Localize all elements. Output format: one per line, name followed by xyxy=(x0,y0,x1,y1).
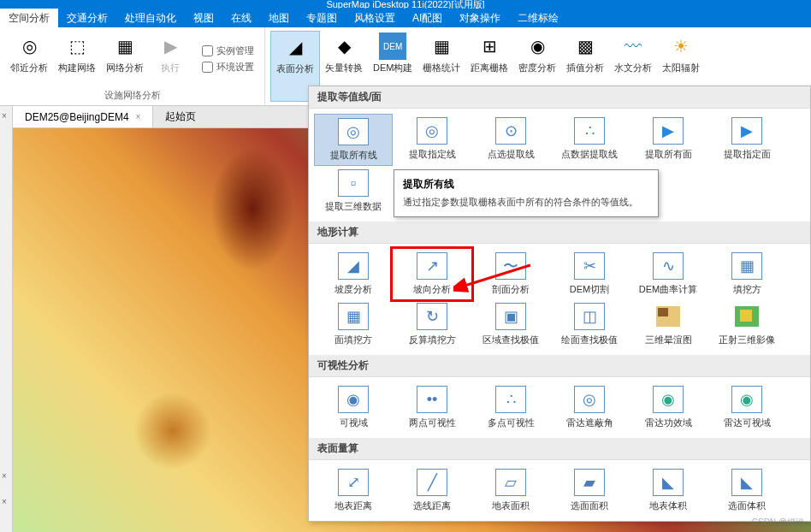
item-dem-cut[interactable]: ✂DEM切割 xyxy=(550,249,629,299)
surface-icon: ◢ xyxy=(281,33,309,61)
item-radar-mask[interactable]: ◎雷达遮蔽角 xyxy=(550,382,629,433)
item-reverse-cutfill[interactable]: ↻反算填挖方 xyxy=(393,299,471,350)
radar-icon: ◎ xyxy=(574,386,605,413)
reverse-icon: ↻ xyxy=(417,303,447,330)
section-visibility: 可视性分析 xyxy=(309,355,810,377)
item-extract-all-faces[interactable]: ▶提取所有面 xyxy=(629,114,707,166)
execute-icon: ▶ xyxy=(157,33,184,60)
item-select-face-area[interactable]: ▰选面面积 xyxy=(550,465,629,516)
item-extract-specified-lines[interactable]: ◎提取指定线 xyxy=(393,114,471,166)
surface-analysis-dropdown: 提取等值线/面 ◎提取所有线 ◎提取指定线 ⊙点选提取线 ∴点数据提取线 ▶提取… xyxy=(308,86,811,522)
check-env[interactable]: 环境设置 xyxy=(197,59,259,75)
ribbon-proximity[interactable]: ◎邻近分析 xyxy=(5,31,53,87)
menu-view[interactable]: 视图 xyxy=(185,9,222,27)
item-slope[interactable]: ◢坡度分析 xyxy=(314,249,393,299)
tab-start[interactable]: 起始页 xyxy=(153,106,208,127)
slope-icon: ◢ xyxy=(338,252,369,280)
item-multi-point-vis[interactable]: ∴多点可视性 xyxy=(471,382,550,433)
density-icon: ◉ xyxy=(524,33,551,60)
ribbon-build-network[interactable]: ⬚构建网络 xyxy=(53,31,101,87)
face-area-icon: ▰ xyxy=(574,469,605,496)
item-surface-volume[interactable]: ◣地表体积 xyxy=(629,465,707,516)
interp-icon: ▩ xyxy=(571,33,599,60)
solar-icon: ☀ xyxy=(667,33,695,60)
line-dist-icon: ╱ xyxy=(417,469,447,496)
net-analysis-icon: ▦ xyxy=(111,33,139,60)
item-extract-all-lines[interactable]: ◎提取所有线 xyxy=(314,114,393,166)
item-surface-distance[interactable]: ⤢地表距离 xyxy=(314,465,393,516)
item-viewshed[interactable]: ◉可视域 xyxy=(314,382,393,433)
region-icon: ▣ xyxy=(495,303,526,330)
close-icon[interactable]: × xyxy=(2,111,7,121)
menu-ai[interactable]: AI配图 xyxy=(404,9,451,27)
item-cutfill[interactable]: ▦填挖方 xyxy=(707,249,786,299)
menu-traffic[interactable]: 交通分析 xyxy=(58,9,116,27)
vector-icon: ◆ xyxy=(330,33,358,60)
contour-icon: ◎ xyxy=(417,117,447,145)
hydro-icon: 〰 xyxy=(619,33,647,60)
face-cutfill-icon: ▦ xyxy=(338,303,369,330)
raster-icon: ▦ xyxy=(428,33,455,60)
network-icon: ⬚ xyxy=(63,33,91,60)
menu-automation[interactable]: 处理自动化 xyxy=(116,9,185,27)
close-icon[interactable]: × xyxy=(2,497,7,506)
menu-style[interactable]: 风格设置 xyxy=(346,9,404,27)
curve-icon: ∿ xyxy=(653,252,684,280)
ribbon-group-title: 设施网络分析 xyxy=(5,89,259,102)
section-contour: 提取等值线/面 xyxy=(309,86,810,109)
item-surface-area[interactable]: ▱地表面积 xyxy=(471,465,550,516)
item-dem-curvature[interactable]: ∿DEM曲率计算 xyxy=(629,249,707,299)
tab-dem[interactable]: DEM25@BeijingDEM4× xyxy=(13,106,153,127)
point-icon: ⊙ xyxy=(495,117,526,145)
item-draw-extreme[interactable]: ◫绘面查找极值 xyxy=(550,299,629,350)
face-icon: ▶ xyxy=(653,117,684,145)
item-two-point-vis[interactable]: ••两点可视性 xyxy=(393,382,471,433)
close-icon[interactable]: × xyxy=(136,112,141,121)
item-radar-vis[interactable]: ◉雷达可视域 xyxy=(707,382,786,433)
svg-line-4 xyxy=(462,265,530,287)
proximity-icon: ◎ xyxy=(15,33,43,60)
dem-icon: DEM xyxy=(379,33,406,60)
cutfill-icon: ▦ xyxy=(731,252,762,280)
left-collapsed-panel[interactable]: × × × xyxy=(0,106,13,532)
viewshed-icon: ◉ xyxy=(338,386,369,413)
cube-icon: ▫ xyxy=(338,169,369,197)
item-3d-shade[interactable]: 三维晕渲图 xyxy=(629,299,707,350)
face-icon: ▶ xyxy=(731,117,762,145)
volume-icon: ◣ xyxy=(653,469,684,496)
item-extract-3d[interactable]: ▫提取三维数据 xyxy=(314,166,393,216)
title-bar: SuperMap iDesktop 11i(2022)[试用版] xyxy=(0,0,811,9)
menu-theme[interactable]: 专题图 xyxy=(298,9,346,27)
ribbon-network-analysis[interactable]: ▦网络分析 xyxy=(101,31,149,87)
menu-object[interactable]: 对象操作 xyxy=(451,9,509,27)
item-face-cutfill[interactable]: ▦面填挖方 xyxy=(314,299,393,350)
item-region-extreme[interactable]: ▣区域查找极值 xyxy=(471,299,550,350)
item-radar-power[interactable]: ◉雷达功效域 xyxy=(629,382,707,433)
watermark: CSDN @橙玳 xyxy=(752,517,804,529)
tooltip: 提取所有线 通过指定参数提取栅格表面中所有的符合条件的等值线。 xyxy=(394,169,659,217)
item-point-extract-lines[interactable]: ⊙点选提取线 xyxy=(471,114,550,166)
check-instance[interactable]: 实例管理 xyxy=(197,43,259,59)
dist-icon: ⤢ xyxy=(338,469,369,496)
menu-bar: 空间分析 交通分析 处理自动化 视图 在线 地图 专题图 风格设置 AI配图 对… xyxy=(0,9,811,27)
ortho-icon xyxy=(731,303,762,330)
menu-spatial-analysis[interactable]: 空间分析 xyxy=(0,9,58,27)
item-select-face-volume[interactable]: ◣选面体积 xyxy=(707,465,786,516)
close-icon[interactable]: × xyxy=(2,471,7,481)
points-icon: ∴ xyxy=(574,117,605,145)
menu-2d-mark[interactable]: 二维标绘 xyxy=(509,9,567,27)
menu-map[interactable]: 地图 xyxy=(260,9,298,27)
annotation-arrow-icon xyxy=(453,261,539,295)
multi-point-icon: ∴ xyxy=(495,386,526,413)
menu-online[interactable]: 在线 xyxy=(222,9,260,27)
ribbon-execute[interactable]: ▶执行 xyxy=(149,31,192,87)
section-terrain: 地形计算 xyxy=(309,222,810,244)
area-icon: ▱ xyxy=(495,469,526,496)
item-ortho-3d[interactable]: 正射三维影像 xyxy=(707,299,786,350)
section-surface-measure: 表面量算 xyxy=(309,438,810,460)
svg-rect-1 xyxy=(658,308,668,316)
item-extract-specified-faces[interactable]: ▶提取指定面 xyxy=(707,114,786,166)
cut-icon: ✂ xyxy=(574,252,605,280)
item-pointdata-extract-lines[interactable]: ∴点数据提取线 xyxy=(550,114,629,166)
item-select-line-dist[interactable]: ╱选线距离 xyxy=(393,465,471,516)
